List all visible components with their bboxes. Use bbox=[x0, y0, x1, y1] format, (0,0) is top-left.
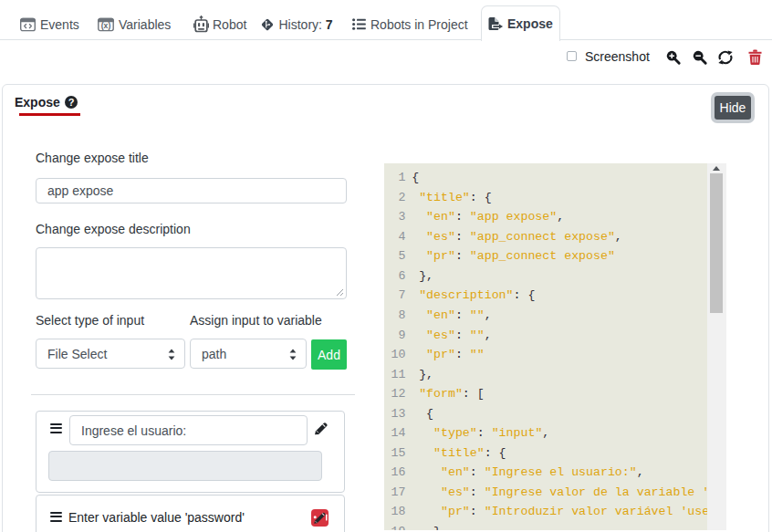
svg-text:(x): (x) bbox=[101, 21, 111, 30]
